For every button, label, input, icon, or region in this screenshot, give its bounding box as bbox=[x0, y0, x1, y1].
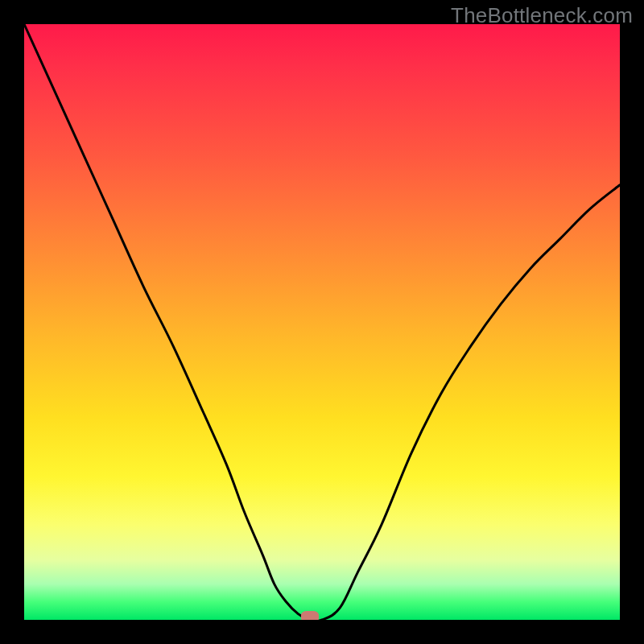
watermark-text: TheBottleneck.com bbox=[451, 3, 633, 28]
plot-area bbox=[24, 24, 620, 620]
bottleneck-curve bbox=[24, 24, 620, 620]
optimum-marker-icon bbox=[301, 611, 319, 620]
chart-frame: TheBottleneck.com bbox=[0, 0, 644, 644]
curve-svg bbox=[24, 24, 620, 620]
